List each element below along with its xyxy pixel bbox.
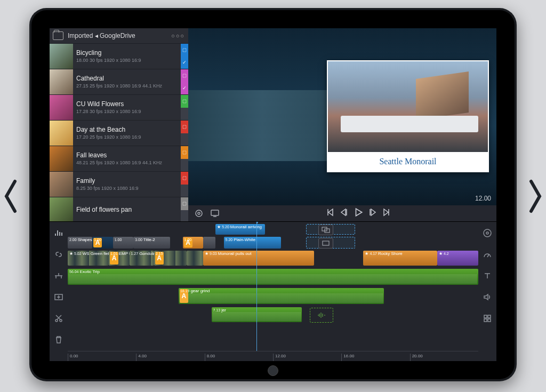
clip-color-tag[interactable]: [181, 146, 188, 159]
timeline[interactable]: ★5.20Monorail arriving2.00Shapes-fA1.001…: [68, 222, 478, 361]
clip-title: Fall leaves: [76, 151, 178, 159]
clip-checked-icon[interactable]: ✓: [181, 82, 188, 95]
go-to-start-button[interactable]: [326, 208, 334, 219]
library-clip-row[interactable]: Family8.25 30 fps 1920 x 1080 16:9: [50, 172, 188, 197]
library-clip-row[interactable]: Cathedral27.15 25 fps 1920 x 1080 16:9 4…: [50, 69, 188, 95]
storage-icon[interactable]: [481, 227, 493, 239]
timeline-clip[interactable]: ★5.02WS Green field: [68, 251, 109, 266]
volume-icon[interactable]: [481, 291, 493, 303]
audio-effect-button[interactable]: [310, 308, 333, 323]
svg-point-11: [55, 319, 58, 322]
tablet-frame: Imported ◂ GoogleDrive ○○○ Bicycling18.0…: [29, 8, 517, 381]
breadcrumb[interactable]: Imported ◂ GoogleDrive: [68, 32, 171, 39]
svg-point-8: [198, 212, 200, 214]
timeline-clip[interactable]: A2.15: [154, 251, 187, 266]
marker-tool-icon[interactable]: [53, 270, 65, 282]
text-tool-icon[interactable]: [481, 270, 493, 282]
library-clip-row[interactable]: CU Wild Flowers17.28 30 fps 1920 x 1080 …: [50, 95, 188, 121]
trash-tool-icon[interactable]: [53, 334, 65, 346]
svg-point-17: [486, 232, 488, 234]
clip-color-tag[interactable]: [181, 69, 188, 82]
svg-rect-4: [183, 151, 186, 154]
timeline-clip[interactable]: A18.19gear grind: [179, 288, 384, 304]
clip-checked-icon[interactable]: [181, 108, 188, 121]
clip-metadata: 17.20 25 fps 1920 x 1080 16:9: [76, 134, 178, 140]
picture-in-picture-overlay[interactable]: Seattle Monorail: [327, 60, 489, 172]
step-forward-button[interactable]: [368, 208, 377, 219]
insert-overlay-button[interactable]: [318, 225, 333, 235]
media-library: Imported ◂ GoogleDrive ○○○ Bicycling18.0…: [50, 28, 188, 221]
timeline-clip[interactable]: 2.00Shapes-f: [68, 237, 92, 249]
library-clip-row[interactable]: Field of flowers pan: [50, 197, 188, 221]
timeline-clip[interactable]: 56.04Exotic Trip: [68, 269, 478, 285]
clip-thumbnail: [50, 95, 73, 120]
timeline-clip[interactable]: 3.00Title-2: [133, 237, 170, 249]
timeline-clip[interactable]: 1.00: [113, 237, 134, 249]
left-tool-column: [50, 222, 68, 361]
library-more-button[interactable]: ○○○: [171, 33, 185, 39]
preview-timecode: 12.00: [475, 195, 491, 202]
preview-display-icon[interactable]: [208, 207, 221, 220]
app-screen: Imported ◂ GoogleDrive ○○○ Bicycling18.0…: [50, 28, 496, 361]
clip-thumbnail: [50, 172, 73, 197]
cut-tool-icon[interactable]: [53, 313, 65, 324]
svg-rect-1: [183, 74, 186, 77]
carousel-next[interactable]: [525, 175, 546, 218]
speed-icon[interactable]: [481, 249, 493, 260]
timeline-clip[interactable]: ★4.2: [437, 251, 478, 266]
levels-tool-icon[interactable]: [53, 227, 65, 239]
ruler-tick: 0.00: [68, 354, 78, 361]
clip-checked-icon[interactable]: [181, 185, 188, 197]
clip-checked-icon[interactable]: [181, 133, 188, 146]
clip-color-tag[interactable]: [181, 95, 188, 108]
ruler-tick: 20.00: [410, 354, 423, 361]
insert-clip-button[interactable]: [318, 238, 333, 249]
folder-icon[interactable]: [53, 31, 63, 40]
clip-color-tag[interactable]: [181, 197, 188, 210]
timeline-clip[interactable]: 1.27Gondola: [130, 251, 154, 266]
clip-checked-icon[interactable]: [181, 210, 188, 222]
add-clip-tool-icon[interactable]: [53, 291, 65, 303]
playhead[interactable]: [256, 222, 257, 351]
library-clip-row[interactable]: Fall leaves48.21 25 fps 1920 x 1080 16:9…: [50, 146, 188, 172]
clip-checked-icon[interactable]: [181, 159, 188, 172]
clip-metadata: 8.25 30 fps 1920 x 1080 16:9: [76, 185, 178, 191]
clip-color-tag[interactable]: [181, 172, 188, 185]
svg-rect-19: [488, 315, 491, 318]
transport-controls: [326, 207, 391, 219]
clip-metadata: 18.00 30 fps 1920 x 1080 16:9: [76, 57, 178, 63]
timeline-clip[interactable]: ★4.17Rocky Shore: [363, 251, 437, 266]
carousel-prev[interactable]: [0, 175, 21, 218]
library-list[interactable]: Bicycling18.00 30 fps 1920 x 1080 16:9✓C…: [50, 44, 188, 221]
library-clip-row[interactable]: Bicycling18.00 30 fps 1920 x 1080 16:9✓: [50, 44, 188, 69]
overlay-image: [328, 61, 488, 152]
timeline-clip[interactable]: A1.01EMP fr…: [109, 251, 130, 266]
go-to-end-button[interactable]: [382, 208, 391, 219]
clip-thumbnail: [50, 146, 73, 171]
clip-checked-icon[interactable]: ✓: [181, 57, 188, 69]
timeline-clip[interactable]: [187, 251, 203, 266]
play-button[interactable]: [354, 207, 363, 219]
timeline-clip[interactable]: 5.20Plain-White: [224, 237, 282, 249]
preview-panel: Seattle Monorail 12.00: [188, 28, 496, 221]
svg-rect-3: [183, 125, 186, 129]
time-ruler[interactable]: 0.004.008.0012.0016.0020.0024.: [68, 351, 478, 361]
library-clip-row[interactable]: Day at the Beach17.20 25 fps 1920 x 1080…: [50, 121, 188, 146]
clip-thumbnail: [50, 44, 73, 69]
timeline-clip[interactable]: A1.00: [92, 237, 113, 249]
preview-settings-icon[interactable]: [192, 207, 205, 220]
clip-title: Family: [76, 177, 178, 185]
link-tool-icon[interactable]: [53, 249, 65, 260]
preview-canvas[interactable]: Seattle Monorail 12.00: [188, 28, 496, 205]
overlay-caption: Seattle Monorail: [328, 152, 488, 171]
clip-color-tag[interactable]: [181, 44, 188, 57]
home-button[interactable]: [268, 365, 278, 376]
effects-icon[interactable]: [481, 313, 493, 324]
timeline-clip[interactable]: A1.00: [183, 237, 204, 249]
timeline-clip[interactable]: ★5.20Monorail arriving: [215, 224, 264, 235]
clip-color-tag[interactable]: [181, 121, 188, 133]
timeline-clip[interactable]: [203, 237, 215, 249]
clip-title: Cathedral: [76, 75, 178, 83]
step-back-button[interactable]: [340, 208, 348, 219]
timeline-clip[interactable]: ★9.03Monorail pulls out: [203, 251, 314, 266]
